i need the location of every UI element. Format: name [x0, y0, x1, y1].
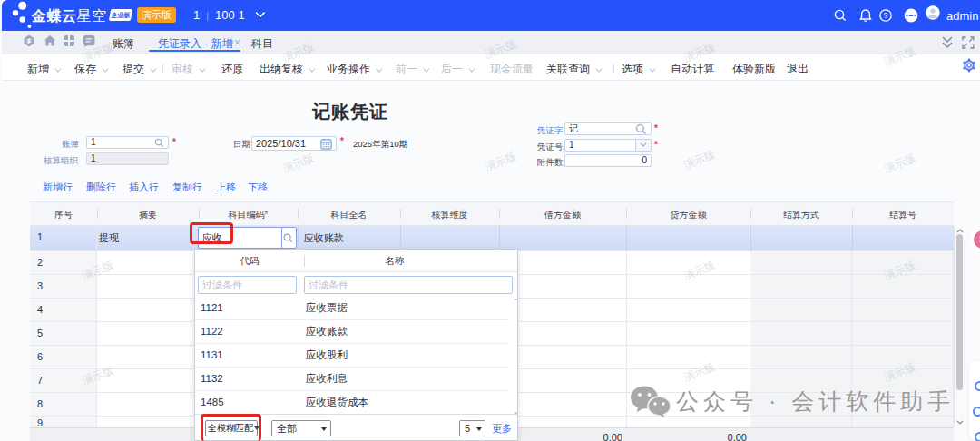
svg-text:?: ?: [883, 11, 887, 20]
